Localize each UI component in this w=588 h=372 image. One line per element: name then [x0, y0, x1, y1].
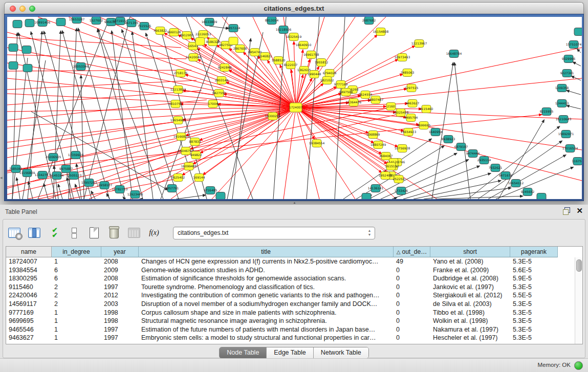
graph-node-label: 1362615	[297, 68, 311, 72]
graph-node-label: 1209358	[555, 86, 569, 90]
table-cell: 1998	[101, 309, 139, 317]
import-table-button-disabled	[127, 226, 141, 240]
function-builder-button[interactable]: f(x)	[147, 226, 161, 240]
tab-edge-table[interactable]: Edge Table	[267, 347, 313, 358]
table-cell: Jankovic et al. (1997)	[430, 283, 510, 292]
table-row[interactable]: 1456911722003Disruption of a novel membe…	[6, 300, 575, 309]
graph-node-label: 9146821	[258, 54, 272, 58]
graph-node-teal[interactable]	[25, 19, 34, 27]
graph-node-label: 19654985	[170, 118, 186, 122]
select-all-columns-button[interactable]: ✔✔	[47, 226, 61, 240]
graph-node-teal[interactable]	[362, 193, 371, 200]
table-options-button[interactable]	[7, 226, 21, 240]
close-panel-icon[interactable]: ✕	[576, 207, 583, 214]
table-cell: 5.3E-5	[510, 257, 558, 266]
graph-node-label: 8813054	[265, 18, 279, 22]
unselect-all-columns-button[interactable]	[67, 226, 81, 240]
window-titlebar[interactable]: citations_edges.txt	[4, 2, 584, 14]
graph-node-teal[interactable]	[13, 20, 22, 28]
graph-node-label: 2935114	[477, 158, 491, 162]
table-cell: 5.3E-5	[510, 317, 558, 325]
table-row[interactable]: 946554611997Estimation of the future num…	[6, 325, 575, 334]
graph-node-teal[interactable]	[537, 193, 546, 200]
column-header-title[interactable]: title	[139, 247, 394, 257]
graph-node-label: 949822	[190, 153, 202, 157]
column-header-name[interactable]: name	[6, 247, 52, 257]
graph-node-label: 9463627	[406, 101, 420, 105]
graph-node-label: 8938923	[442, 137, 455, 141]
table-row[interactable]: 1872400712008Changes of HCN gene express…	[6, 257, 575, 266]
table-cell: 49	[394, 257, 430, 266]
new-column-button[interactable]	[87, 226, 101, 240]
table-cell: Structural magnetic resonance image aver…	[139, 317, 394, 325]
graph-node-label: 9245652	[521, 190, 535, 193]
graph-node-label: 20053346	[73, 64, 89, 68]
graph-node-teal[interactable]	[23, 64, 32, 72]
column-header-out_de[interactable]: △out_de…	[394, 247, 430, 257]
column-header-short[interactable]: short	[430, 247, 510, 257]
citation-network-graph[interactable]: 2089140610653287152760294661631071915596…	[7, 17, 582, 199]
cytoscape-app: citations_edges.txt 20891406106532871527…	[0, 0, 588, 372]
column-header-pagerank[interactable]: pagerank	[510, 247, 558, 257]
graph-node-label: 18300295	[265, 114, 281, 118]
graph-node-label: 1068869	[366, 133, 380, 136]
table-toolbar: ✔✔ f(x) citations_edges.txt ▲▼	[7, 224, 375, 242]
column-header-in_degree[interactable]: in_degree	[52, 247, 101, 257]
graph-node-label: 1733426	[395, 189, 408, 192]
table-selector-dropdown[interactable]: citations_edges.txt ▲▼	[173, 227, 375, 239]
table-cell: 9699695	[6, 317, 52, 325]
table-row[interactable]: 977716911998Corpus callosum shape and si…	[6, 309, 575, 317]
tab-node-table[interactable]: Node Table	[220, 347, 267, 358]
table-cell: 1	[52, 257, 101, 266]
graph-node-label: 7515526	[138, 24, 151, 28]
graph-node-label: 9227341	[560, 71, 574, 75]
graph-node-label: 16648784	[446, 52, 462, 55]
tab-network-table[interactable]: Network Table	[314, 347, 368, 358]
table-cell: 1997	[101, 283, 139, 292]
graph-node-label: 1640954	[429, 130, 443, 134]
graph-node-teal[interactable]	[56, 18, 66, 26]
splitter-handle[interactable]: ▲	[292, 202, 297, 204]
table-cell: 0	[394, 300, 430, 309]
graph-node-label: 7857224	[227, 26, 241, 30]
vertical-scrollbar[interactable]	[575, 257, 582, 344]
memory-ok-indicator[interactable]	[574, 361, 583, 370]
graph-node-label: 12213967	[411, 41, 427, 45]
column-header-year[interactable]: year	[101, 247, 139, 257]
graph-node-teal[interactable]	[22, 46, 31, 54]
graph-node-label: 18325419	[286, 35, 302, 38]
panel-collapse-arrow[interactable]: ◂	[0, 174, 4, 181]
table-cell: 2	[52, 283, 101, 292]
table-cell: 1997	[101, 325, 139, 334]
float-panel-icon[interactable]	[563, 207, 570, 214]
graph-node-label: 15751074	[566, 42, 582, 46]
table-row[interactable]: 946362711997Embryonic stem cells: a mode…	[6, 334, 575, 342]
graph-node-label: 20206505	[46, 155, 61, 159]
table-row[interactable]: 911546021997Tourette syndrome. Phenomeno…	[6, 283, 575, 292]
table-row[interactable]: 2242004622012Investigating the contribut…	[6, 291, 575, 300]
graph-node-label: 16154808	[373, 30, 389, 33]
table-cell: de Silva et al. (2003)	[430, 300, 510, 309]
graph-node-teal[interactable]	[574, 28, 582, 36]
table-panel-title: Table Panel	[5, 208, 37, 215]
delete-column-button[interactable]	[107, 226, 121, 240]
graph-node-label: 1145194	[50, 173, 64, 177]
graph-node-yellow[interactable]	[195, 38, 205, 46]
graph-node-teal[interactable]	[9, 62, 18, 70]
table-row[interactable]: 969969511998Structural magnetic resonanc…	[6, 317, 575, 325]
show-columns-button[interactable]	[27, 226, 41, 240]
table-cell: Estimation of significance thresholds fo…	[139, 274, 394, 283]
table-body: 1872400712008Changes of HCN gene express…	[6, 257, 575, 344]
network-canvas[interactable]: 2089140610653287152760294661631071915596…	[7, 17, 582, 199]
graph-node-teal[interactable]	[216, 192, 225, 200]
graph-node-yellow[interactable]	[229, 37, 238, 45]
graph-node-teal[interactable]	[9, 44, 18, 52]
table-cell: 0	[394, 317, 430, 325]
table-row[interactable]: 1938455462009Genome-wide association stu…	[6, 266, 575, 275]
graph-node-label: 16210643	[556, 117, 572, 121]
table-row[interactable]: 1830029562008Estimation of significance …	[6, 274, 575, 283]
scrollbar-thumb[interactable]	[576, 259, 582, 272]
graph-node-label: 9329966	[562, 57, 576, 60]
table-cell: 6	[52, 274, 101, 283]
graph-node-label: 10025458	[393, 111, 409, 114]
